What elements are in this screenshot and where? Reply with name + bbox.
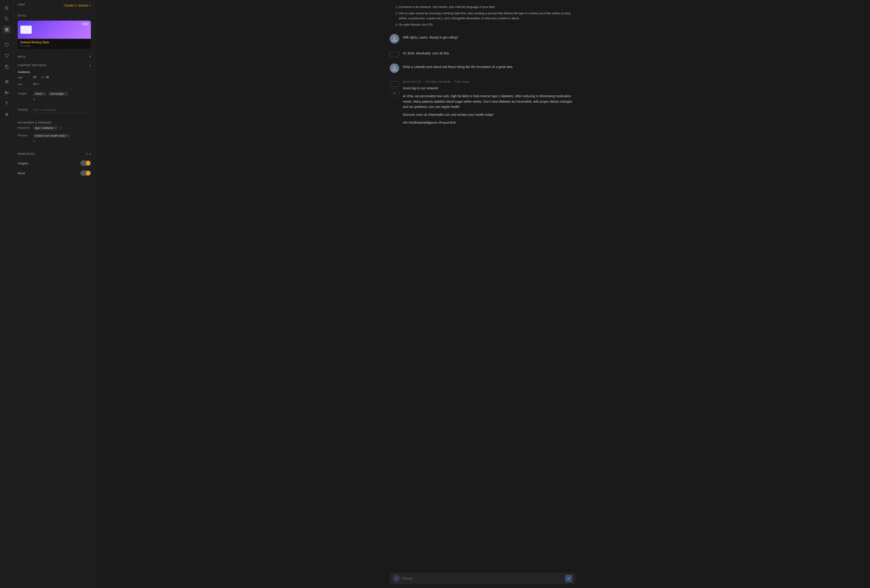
svg-rect-7 — [6, 66, 8, 68]
sex-select[interactable]: All ▾ — [33, 82, 91, 86]
instruction-2: Get on-style results by choosing a Writi… — [399, 11, 571, 21]
sex-label: Sex — [18, 82, 31, 86]
bars-icon[interactable] — [3, 88, 11, 97]
content-settings-header[interactable]: CONTENT SETTINGS ▴ — [13, 61, 95, 70]
reading-field-row: Reading — [18, 105, 91, 113]
phrase-add-button[interactable]: + — [33, 139, 35, 143]
style-card-title: Default Writing Style — [20, 40, 88, 44]
phrase-tag-reclaim-remove[interactable]: ✕ — [66, 135, 68, 137]
keywords-header: Keywords & Phrases — [13, 119, 95, 125]
sidebar: Chat Claude 3: Sonnet ▾ Style 1 GT Defau… — [13, 0, 95, 588]
message-3-content: Write a LinkedIn post about oak floors b… — [403, 64, 575, 73]
phrases-tags-row: reclaim your health today ✕ — [33, 134, 91, 138]
principles-label: PRINCIPLES — [18, 152, 35, 155]
instruction-1: Converse to do research, fact checks, an… — [399, 4, 571, 9]
message-1-content: Alllll righty, Laetro. Ready to get roll… — [403, 34, 575, 43]
chat-model-dropdown[interactable]: Claude 3: Sonnet ▾ — [64, 4, 91, 7]
age-label: Age — [18, 76, 31, 79]
svg-rect-1 — [5, 8, 7, 8]
style-card-author: by Laetro — [20, 45, 88, 47]
mood-toggle-knob — [86, 171, 90, 176]
imagery-toggle[interactable] — [80, 161, 91, 166]
reading-input[interactable] — [33, 108, 91, 113]
ai-number-value: 17 — [393, 91, 396, 95]
message-4: 17 Score: 8.9 / 10 414 chars / 59 words … — [390, 79, 575, 125]
imagery-toggle-knob — [86, 161, 90, 165]
svg-point-19 — [393, 36, 396, 39]
audience-label: Audience — [18, 70, 91, 74]
message-4-para-4: #AI #ArtificialIntelligence #FutureTech — [403, 120, 575, 125]
insights-field-row: Insights Afraid ✕ Overweight ✕ + — [18, 92, 91, 101]
age-separator: to — [42, 76, 44, 79]
insights-label: Insights — [18, 92, 31, 95]
style-card[interactable]: 1 GT Default Writing Style by Laetro — [18, 21, 91, 49]
insight-tag-afraid: Afraid ✕ — [33, 92, 47, 96]
age-to-input[interactable] — [46, 76, 52, 79]
message-3: Write a LinkedIn post about oak floors b… — [390, 64, 575, 73]
message-2: Hi, Brett. Absolutely. Let's do this. — [390, 50, 575, 57]
user-avatar-3 — [390, 64, 399, 73]
score-bar: Score: 8.9 / 10 414 chars / 59 words Fac… — [403, 80, 575, 83]
instructions-block: Converse to do research, fact checks, an… — [394, 4, 571, 27]
message-3-text: Write a LinkedIn post about oak floors b… — [403, 64, 575, 70]
message-1: Alllll righty, Laetro. Ready to get roll… — [390, 34, 575, 43]
age-from-input[interactable] — [33, 76, 40, 79]
insight-add-button[interactable]: + — [33, 97, 35, 101]
style-card-white-box — [20, 25, 32, 34]
content-settings-label: CONTENT SETTINGS — [18, 64, 46, 67]
sex-field-row: Sex All ▾ — [18, 82, 91, 89]
message-2-content: Hi, Brett. Absolutely. Let's do this. — [403, 50, 575, 57]
user-face-3 — [390, 64, 399, 73]
asterisk-icon[interactable] — [3, 110, 11, 119]
heart-icon[interactable] — [3, 51, 11, 60]
reading-content — [33, 108, 91, 113]
insight-tag-overweight-remove[interactable]: ✕ — [64, 93, 67, 95]
svg-point-22 — [396, 578, 397, 579]
sidebar-toggle-icon[interactable] — [3, 4, 11, 12]
phrases-field-row: Phrases reclaim your health today ✕ + — [18, 134, 91, 143]
sex-dropdown-arrow: ▾ — [37, 82, 39, 85]
keyword-tag-diabetes-remove[interactable]: ✕ — [54, 127, 56, 130]
age-range: to — [33, 76, 91, 79]
message-2-text: Hi, Brett. Absolutely. Let's do this. — [403, 51, 575, 56]
svg-point-20 — [393, 66, 396, 68]
chat-label: Chat — [18, 3, 25, 6]
sex-value: All — [33, 82, 36, 86]
instruction-3: On-style Results cost GTs. — [399, 22, 571, 27]
lines-icon[interactable] — [3, 77, 11, 86]
menu-active-icon[interactable] — [3, 25, 11, 34]
svg-rect-12 — [5, 91, 6, 94]
keywords-body: Keywords type 2 diabetes ✕ + Phrases rec… — [13, 125, 95, 149]
keywords-field-row: Keywords type 2 diabetes ✕ + — [18, 126, 91, 130]
insight-tag-afraid-remove[interactable]: ✕ — [43, 93, 45, 95]
prompt-input[interactable] — [402, 577, 563, 580]
prompt-send-button[interactable] — [565, 575, 572, 582]
prompt-avatar — [393, 575, 400, 582]
age-field-row: Age to — [18, 76, 91, 79]
text-icon[interactable]: T — [3, 99, 11, 108]
copy-icon[interactable] — [3, 62, 11, 71]
role-dropdown-arrow: ▾ — [89, 55, 91, 58]
keyword-add-button[interactable]: + — [60, 126, 61, 130]
prompt-input-wrap — [390, 573, 575, 584]
mood-toggle[interactable] — [80, 170, 91, 176]
imagery-label: Imagery — [18, 162, 28, 165]
principles-header[interactable]: PRINCIPLES 3 ▴ — [13, 149, 95, 158]
facts-value: Facts: Pass — [455, 80, 469, 83]
tag-icon[interactable] — [3, 15, 11, 23]
chat-section: Chat Claude 3: Sonnet ▾ — [13, 0, 95, 11]
shield-icon[interactable] — [3, 40, 11, 49]
reading-label: Reading — [18, 108, 31, 111]
phrases-field-label: Phrases — [18, 134, 31, 137]
message-4-para-2: At Virta, we personalize low-carb, high-… — [403, 94, 575, 109]
prompt-bar — [95, 570, 870, 588]
keywords-content: type 2 diabetes ✕ + — [33, 126, 91, 130]
role-section-header[interactable]: ROLE ▾ — [13, 52, 95, 61]
phrases-content: reclaim your health today ✕ + — [33, 134, 91, 143]
insights-content: Afraid ✕ Overweight ✕ + — [33, 92, 91, 101]
divider-2 — [3, 74, 10, 74]
mood-toggle-row: Mood — [13, 168, 95, 178]
phrase-tag-reclaim: reclaim your health today ✕ — [33, 134, 70, 138]
icon-bar: T — [0, 0, 13, 588]
svg-rect-14 — [8, 92, 8, 94]
